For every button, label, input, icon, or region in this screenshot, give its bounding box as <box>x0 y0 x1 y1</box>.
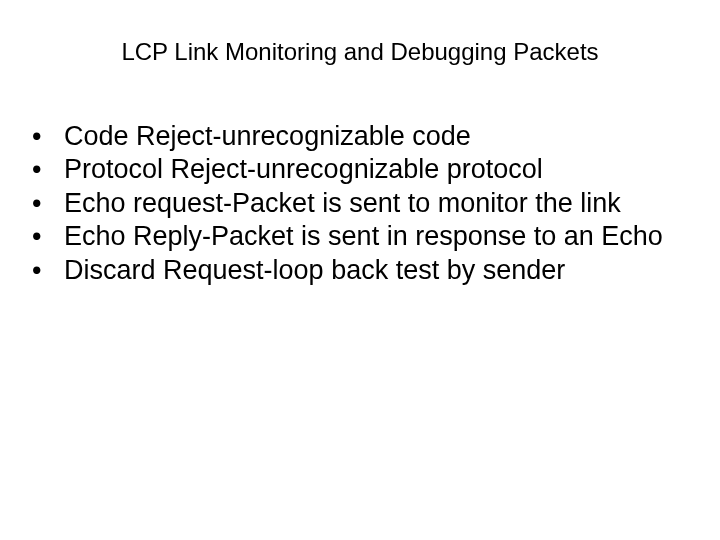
bullet-icon: • <box>28 120 64 152</box>
list-item: • Echo request-Packet is sent to monitor… <box>28 187 692 219</box>
list-item-text: Echo request-Packet is sent to monitor t… <box>64 187 692 219</box>
bullet-icon: • <box>28 254 64 286</box>
list-item: • Protocol Reject-unrecognizable protoco… <box>28 153 692 185</box>
list-item: • Discard Request-loop back test by send… <box>28 254 692 286</box>
bullet-icon: • <box>28 153 64 185</box>
slide-title: LCP Link Monitoring and Debugging Packet… <box>28 38 692 66</box>
bullet-list: • Code Reject-unrecognizable code • Prot… <box>28 120 692 286</box>
list-item: • Echo Reply-Packet is sent in response … <box>28 220 692 252</box>
list-item-text: Code Reject-unrecognizable code <box>64 120 692 152</box>
list-item-text: Echo Reply-Packet is sent in response to… <box>64 220 692 252</box>
bullet-icon: • <box>28 220 64 252</box>
list-item-text: Discard Request-loop back test by sender <box>64 254 692 286</box>
list-item-text: Protocol Reject-unrecognizable protocol <box>64 153 692 185</box>
bullet-icon: • <box>28 187 64 219</box>
list-item: • Code Reject-unrecognizable code <box>28 120 692 152</box>
